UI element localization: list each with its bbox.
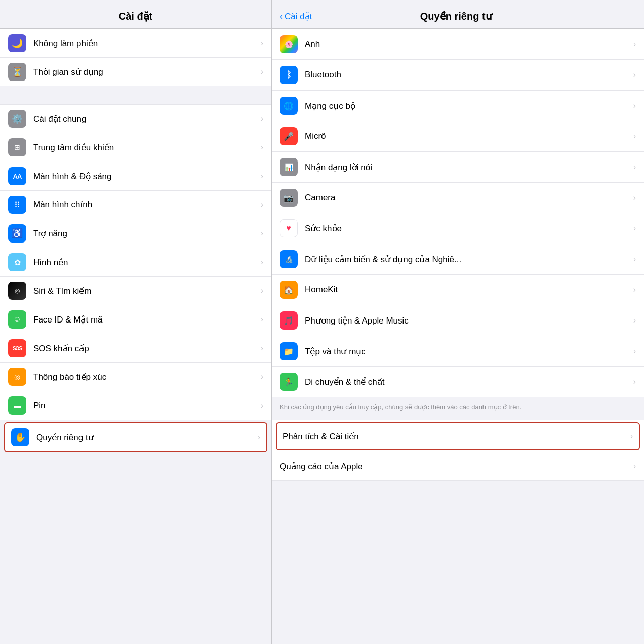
music-icon: 🎵 [280, 311, 298, 330]
contact-tracing-icon: ◎ [8, 368, 26, 386]
back-chevron-icon: ‹ [280, 11, 283, 22]
right-list-item-health[interactable]: ♥ Sức khỏe › [272, 213, 644, 244]
chevron-icon: › [261, 200, 263, 209]
display-label: Màn hình & Độ sáng [33, 171, 261, 182]
accessibility-icon: ♿ [8, 224, 26, 243]
section-divider [0, 86, 271, 104]
right-list-item-homekit[interactable]: 🏠 HomeKit › [272, 275, 644, 305]
right-list-item-files[interactable]: 📁 Tệp và thư mục › [272, 336, 644, 367]
local-network-icon: 🌐 [280, 97, 298, 115]
right-list-item-apple-ads[interactable]: Quảng cáo của Apple › [272, 452, 644, 480]
microphone-icon: 🎤 [280, 127, 298, 145]
general-label: Cài đặt chung [33, 114, 261, 124]
siri-icon: ◎ [8, 282, 26, 300]
chevron-icon: › [261, 67, 263, 76]
chevron-icon: › [633, 40, 636, 49]
list-item-contact-tracing[interactable]: ◎ Thông báo tiếp xúc › [0, 363, 271, 391]
research-icon: 🔬 [280, 250, 298, 268]
left-settings-list: 🌙 Không làm phiền › ⏳ Thời gian sử dụng … [0, 29, 271, 644]
right-header: ‹ Cài đặt Quyền riêng tư [272, 0, 644, 29]
list-item-general[interactable]: ⚙️ Cài đặt chung › [0, 104, 271, 133]
chevron-icon: › [633, 462, 636, 471]
homekit-icon: 🏠 [280, 281, 298, 299]
right-list-item-photos[interactable]: 🌸 Anh › [272, 29, 644, 60]
right-list-item-music[interactable]: 🎵 Phương tiện & Apple Music › [272, 305, 644, 336]
left-section-2: ⚙️ Cài đặt chung › ⊞ Trung tâm điều khiể… [0, 104, 271, 452]
chevron-icon: › [261, 229, 263, 238]
speech-icon: 📊 [280, 158, 298, 176]
control-center-label: Trung tâm điều khiển [33, 142, 261, 153]
music-label: Phương tiện & Apple Music [305, 315, 633, 326]
home-screen-icon: ⠿ [8, 196, 26, 214]
research-label: Dữ liệu cảm biến & sử dụng của Nghiê... [305, 254, 633, 265]
list-item-sos[interactable]: SOS SOS khẩn cấp › [0, 334, 271, 363]
right-title: Quyền riêng tư [316, 10, 596, 22]
list-item-faceid[interactable]: ☺ Face ID & Mật mã › [0, 305, 271, 334]
list-item-privacy[interactable]: ✋ Quyền riêng tư › [4, 422, 267, 452]
chevron-icon: › [261, 172, 263, 181]
list-item-display[interactable]: AA Màn hình & Độ sáng › [0, 162, 271, 191]
siri-label: Siri & Tìm kiếm [33, 286, 261, 296]
right-list-item-speech[interactable]: 📊 Nhận dạng lời nói › [272, 152, 644, 183]
battery-label: Pin [33, 400, 261, 411]
right-list-item-microphone[interactable]: 🎤 Micrô › [272, 121, 644, 152]
chevron-icon: › [261, 286, 263, 295]
chevron-icon: › [261, 39, 263, 48]
back-button[interactable]: ‹ Cài đặt [280, 11, 312, 22]
battery-icon: ▬ [8, 396, 26, 415]
wallpaper-icon: ✿ [8, 253, 26, 271]
chevron-icon: › [633, 132, 636, 141]
screen-time-label: Thời gian sử dụng [33, 67, 261, 77]
do-not-disturb-label: Không làm phiền [33, 38, 261, 49]
list-item-screen-time[interactable]: ⏳ Thời gian sử dụng › [0, 58, 271, 86]
display-icon: AA [8, 167, 26, 185]
microphone-label: Micrô [305, 131, 633, 141]
photos-label: Anh [305, 39, 633, 49]
analytics-label: Phân tích & Cài tiến [283, 431, 630, 442]
contact-tracing-label: Thông báo tiếp xúc [33, 372, 261, 382]
right-list-item-analytics[interactable]: Phân tích & Cài tiến › [276, 422, 640, 450]
right-list-item-motion[interactable]: 🏃 Di chuyển & thể chất › [272, 367, 644, 397]
chevron-icon: › [633, 163, 636, 172]
files-label: Tệp và thư mục [305, 346, 633, 357]
list-item-wallpaper[interactable]: ✿ Hình nền › [0, 248, 271, 277]
right-section-bottom: Phân tích & Cài tiến › Quảng cáo của App… [272, 420, 644, 481]
homekit-label: HomeKit [305, 285, 633, 295]
list-item-do-not-disturb[interactable]: 🌙 Không làm phiền › [0, 29, 271, 58]
right-list-item-local-network[interactable]: 🌐 Mạng cục bộ › [272, 91, 644, 121]
files-icon: 📁 [280, 342, 298, 360]
right-panel: ‹ Cài đặt Quyền riêng tư 🌸 Anh › ᛒ Bluet… [272, 0, 644, 644]
list-item-home-screen[interactable]: ⠿ Màn hình chính › [0, 191, 271, 219]
speech-label: Nhận dạng lời nói [305, 162, 633, 173]
privacy-icon: ✋ [11, 428, 29, 446]
wallpaper-label: Hình nền [33, 257, 261, 268]
local-network-label: Mạng cục bộ [305, 101, 633, 111]
bluetooth-icon: ᛒ [280, 66, 298, 84]
faceid-icon: ☺ [8, 310, 26, 329]
chevron-icon: › [633, 316, 636, 325]
chevron-icon: › [633, 224, 636, 233]
right-list-item-camera[interactable]: 📷 Camera › [272, 183, 644, 213]
list-item-accessibility[interactable]: ♿ Trợ năng › [0, 219, 271, 248]
motion-label: Di chuyển & thể chất [305, 377, 633, 387]
list-item-control-center[interactable]: ⊞ Trung tâm điều khiển › [0, 133, 271, 162]
footer-note: Khi các ứng dụng yêu cầu truy cập, chúng… [272, 397, 644, 420]
chevron-icon: › [633, 101, 636, 110]
list-item-siri[interactable]: ◎ Siri & Tìm kiếm › [0, 277, 271, 305]
motion-icon: 🏃 [280, 373, 298, 391]
chevron-icon: › [261, 315, 263, 324]
screen-time-icon: ⏳ [8, 63, 26, 81]
health-icon: ♥ [280, 219, 298, 237]
list-item-battery[interactable]: ▬ Pin › [0, 391, 271, 420]
right-list-item-bluetooth[interactable]: ᛒ Bluetooth › [272, 60, 644, 91]
chevron-icon: › [261, 401, 263, 410]
right-section-main: 🌸 Anh › ᛒ Bluetooth › 🌐 Mạng cục bộ › 🎤 … [272, 29, 644, 397]
control-center-icon: ⊞ [8, 138, 26, 156]
back-label: Cài đặt [285, 11, 312, 22]
chevron-icon: › [633, 70, 636, 79]
do-not-disturb-icon: 🌙 [8, 34, 26, 52]
right-list-item-research[interactable]: 🔬 Dữ liệu cảm biến & sử dụng của Nghiê..… [272, 244, 644, 275]
camera-icon: 📷 [280, 189, 298, 207]
sos-icon: SOS [8, 339, 26, 357]
chevron-icon: › [633, 285, 636, 294]
